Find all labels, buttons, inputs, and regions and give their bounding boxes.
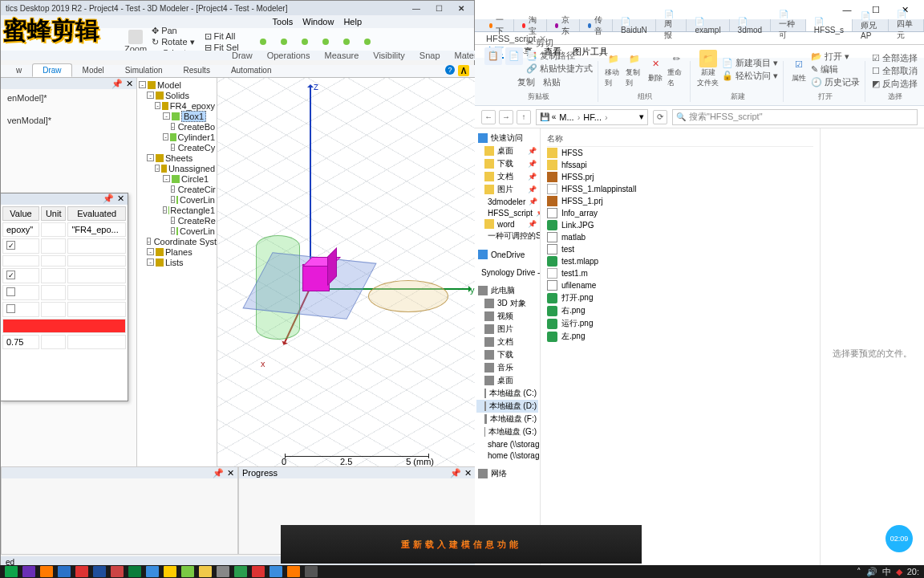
pin-icon[interactable]: 📌 [111, 79, 123, 89]
task-icon[interactable] [75, 566, 88, 577]
browser-tab[interactable]: 📄 HFSS_s [806, 19, 853, 31]
file-item[interactable]: test.mlapp [547, 255, 813, 267]
back-button[interactable]: ← [481, 110, 496, 124]
file-item[interactable]: ufilename [547, 279, 813, 291]
tree-node[interactable]: - Coordinate Systems [139, 236, 215, 246]
tree-node[interactable]: - Box1 [139, 111, 215, 121]
task-icon[interactable] [305, 566, 318, 577]
nav-synology[interactable]: Synology Drive - FV [476, 267, 538, 278]
tree-node[interactable]: - Rectangle1 [139, 205, 215, 215]
nav-item[interactable]: 3dmodeler📌 [476, 196, 538, 207]
tree-node[interactable]: - Planes [139, 246, 215, 257]
browser-tab[interactable]: 一下 [481, 19, 514, 31]
file-item[interactable]: matlab [547, 231, 813, 243]
taskbar[interactable] [0, 565, 924, 578]
up-button[interactable]: ↑ [517, 110, 531, 124]
rotate-tool[interactable]: ↻ Rotate ▾ [152, 37, 194, 47]
hfss-titlebar[interactable]: tics Desktop 2019 R2 - Project4 - Test -… [1, 1, 474, 15]
table-row[interactable] [2, 285, 126, 300]
nav-item[interactable]: HFSS_script📌 [476, 207, 538, 218]
close-icon[interactable]: ✕ [464, 468, 472, 478]
tree-node[interactable]: - Cylinder1 [139, 132, 215, 142]
col-unit[interactable]: Unit [41, 206, 66, 221]
nav-item[interactable]: home (\\storage.f [476, 450, 538, 461]
close-pane-icon[interactable]: ✕ [126, 79, 133, 89]
tab-simulation[interactable]: Simulation [115, 63, 173, 77]
nav-onedrive[interactable]: OneDrive [476, 249, 538, 260]
moveto-button[interactable]: 📁移动到 [605, 50, 622, 88]
file-item[interactable]: HFSS [547, 147, 813, 159]
delete-button[interactable]: ✕删除 [646, 55, 664, 83]
task-icon[interactable] [217, 566, 229, 577]
task-icon[interactable] [199, 566, 212, 577]
tree-node[interactable]: - Lists [139, 257, 215, 267]
nav-item[interactable]: 本地磁盘 (G:) [476, 425, 538, 438]
project-item[interactable]: enModel]* [2, 92, 135, 104]
nav-network[interactable]: 网络 [476, 467, 538, 480]
newitem-button[interactable]: 📄 新建项目 ▾ [722, 57, 778, 69]
breadcrumb[interactable]: 💾 « M... › HF... › ▾ [536, 109, 648, 125]
task-icon[interactable] [164, 566, 176, 577]
tree-node[interactable]: - CreateCy [139, 142, 215, 153]
file-item[interactable]: HFSS.prj [547, 171, 813, 183]
tab-automation[interactable]: Automation [221, 63, 282, 77]
table-row[interactable] [2, 238, 126, 254]
nav-item[interactable]: 下载 [476, 348, 538, 361]
tree-node[interactable]: - CoverLin [139, 226, 215, 236]
table-row[interactable]: 0.75 [2, 335, 126, 349]
task-icon[interactable] [270, 566, 282, 577]
tree-node[interactable]: - FR4_epoxy [139, 100, 215, 111]
cut-button[interactable]: ✂ 剪切 [526, 37, 593, 49]
file-item[interactable]: test1.m [547, 267, 813, 279]
col-value[interactable]: Value [2, 206, 39, 221]
nav-item[interactable]: 一种可调控的SIW谐📌 [476, 230, 538, 242]
nav-item[interactable]: share (\\storage.fv [476, 438, 538, 450]
browser-tab[interactable]: 📄 一种可 [771, 19, 806, 31]
menu-tools[interactable]: Tools [273, 17, 294, 26]
nav-item[interactable]: 视频 [476, 310, 538, 323]
table-row[interactable] [2, 302, 126, 317]
pan-tool[interactable]: ✥ Pan [152, 26, 194, 36]
nav-item[interactable]: 桌面 [476, 374, 538, 387]
nav-item[interactable]: 图片 [476, 323, 538, 336]
table-row[interactable] [2, 319, 126, 333]
pasteshort-button[interactable]: 🔗 粘贴快捷方式 [526, 63, 593, 75]
close-button[interactable]: ✕ [453, 2, 469, 14]
help-icon[interactable]: ? [445, 65, 455, 75]
tab-results[interactable]: Results [173, 63, 221, 77]
browser-tab[interactable]: 淘宝 [514, 19, 547, 31]
file-item[interactable]: Link.JPG [547, 219, 813, 231]
table-row[interactable] [2, 255, 126, 267]
properties-pane[interactable]: 📌✕ Value Unit Evaluated epoxy""FR4_epo..… [0, 193, 128, 401]
file-item[interactable]: HFSS_1.mlappinstall [547, 183, 813, 195]
newfolder-button[interactable]: 📁新建 文件夹 [697, 50, 719, 88]
circle-shape[interactable] [368, 280, 448, 312]
browser-tab[interactable]: 📄 BaiduN [613, 19, 656, 31]
maximize-button[interactable]: ☐ [431, 2, 447, 14]
browser-tab[interactable]: 📄 周报 [656, 19, 687, 31]
copyto-button[interactable]: 📁复制到 [626, 50, 643, 88]
close-icon[interactable]: ✕ [227, 468, 234, 478]
nav-item[interactable]: 本地磁盘 (D:) [476, 400, 538, 413]
system-tray[interactable]: ˄ 🔊 中 ◆ 20: [857, 565, 919, 578]
paste-icon[interactable]: 📄 [505, 47, 523, 65]
file-item[interactable]: HFSS_1.prj [547, 195, 813, 207]
browser-tab[interactable]: 京东 [547, 19, 580, 31]
tray-time[interactable]: 20: [907, 567, 919, 576]
nav-item[interactable]: 桌面📌 [476, 144, 538, 157]
tree-node[interactable]: - Circle1 [139, 173, 215, 184]
tab-w[interactable]: w [6, 63, 32, 77]
fitall-tool[interactable]: ⊡ Fit All [205, 31, 239, 42]
task-icon[interactable] [146, 566, 159, 577]
browser-tab[interactable]: 📄 3dmod [730, 19, 772, 31]
tree-node[interactable]: - Sheets [139, 153, 215, 163]
tree-node[interactable]: - CreateBo [139, 121, 215, 132]
browser-tab[interactable]: 📄 四单元 [889, 19, 924, 31]
minimize-button[interactable]: — [408, 2, 424, 14]
tab-model[interactable]: Model [72, 63, 115, 77]
column-name[interactable]: 名称 [547, 132, 813, 147]
col-evaluated[interactable]: Evaluated [67, 206, 126, 221]
pin-icon[interactable]: 📌 [213, 468, 224, 478]
task-icon[interactable] [5, 566, 18, 577]
selectnone-button[interactable]: ☐ 全部取消 [872, 65, 918, 77]
